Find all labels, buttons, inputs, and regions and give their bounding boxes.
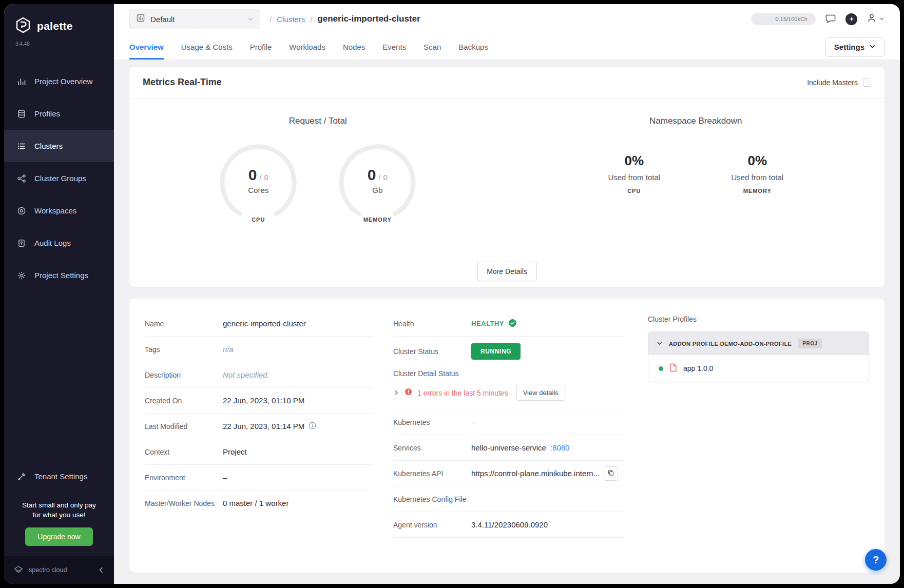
info-value: n/a	[223, 345, 234, 354]
sidebar-item-profiles[interactable]: Profiles	[4, 97, 114, 130]
kubernetes-api-row: Kubernetes API https://control-plane.min…	[393, 461, 625, 486]
info-label: Created On	[145, 397, 223, 405]
memory-gauge-unit: Gb	[372, 186, 382, 194]
tenant-settings-icon	[16, 472, 27, 482]
running-status-badge: RUNNING	[471, 343, 521, 360]
memory-metric-label: MEMORY	[721, 188, 793, 194]
profile-name: ADDON PROFILE DEMO-ADD-ON-PROFILE	[669, 341, 792, 347]
tab-backups[interactable]: Backups	[458, 34, 488, 60]
info-label: Description	[145, 371, 223, 379]
footer-brand-label: spectro cloud	[29, 566, 67, 574]
chat-icon	[825, 13, 836, 26]
tab-events[interactable]: Events	[382, 34, 406, 60]
help-button[interactable]: ?	[865, 549, 887, 571]
sidebar-collapse-icon[interactable]	[98, 566, 105, 574]
info-row-name: Name generic-imported-cluster	[145, 311, 371, 337]
last-modified-value: 22 Jun, 2023, 01:14 PM	[223, 422, 304, 430]
user-menu[interactable]	[867, 13, 884, 25]
metrics-card-body: Request / Total 0 / 0	[129, 99, 884, 287]
chevron-down-icon	[657, 339, 663, 348]
cluster-profiles-title: Cluster Profiles	[648, 315, 869, 323]
chevron-right-icon[interactable]	[393, 388, 399, 398]
service-port-link[interactable]: :8080	[550, 443, 570, 452]
services-row: Services hello-universe-service :8080	[393, 435, 625, 461]
sidebar-item-label: Project Overview	[34, 77, 92, 86]
whats-new-button[interactable]	[845, 13, 857, 25]
spectro-cloud-logo-icon	[13, 565, 24, 576]
profiles-icon	[16, 109, 27, 119]
tab-workloads[interactable]: Workloads	[289, 34, 325, 60]
sidebar-item-label: Profiles	[34, 109, 60, 118]
gauge-separator: /	[259, 173, 261, 182]
info-row-description: Description Not specified.	[145, 362, 371, 388]
cpu-gauge-unit: Cores	[248, 186, 268, 194]
cluster-settings-label: Settings	[834, 43, 864, 51]
chat-button[interactable]	[825, 13, 836, 26]
cluster-status-column: Health HEALTHY Cluster Status RUNNING	[393, 311, 625, 554]
sidebar-item-project-overview[interactable]: Project Overview	[4, 65, 114, 97]
info-row-tags: Tags n/a	[145, 337, 371, 362]
sidebar-footer: spectro cloud	[4, 556, 114, 584]
kubernetes-api-label: Kubernetes API	[393, 469, 471, 478]
info-row-environment: Environment –	[145, 465, 371, 491]
request-total-section: Request / Total 0 / 0	[129, 99, 507, 287]
info-row-context: Context Project	[145, 439, 371, 465]
sidebar-item-workspaces[interactable]: Workspaces	[4, 194, 114, 227]
topbar-actions: 0.15/100kCh	[751, 13, 884, 26]
upgrade-now-button[interactable]: Upgrade now	[25, 527, 92, 546]
config-file-value: –	[471, 495, 475, 503]
tab-scan[interactable]: Scan	[424, 34, 441, 60]
sidebar-item-audit-logs[interactable]: Audit Logs	[4, 227, 114, 259]
include-masters-control: Include Masters	[807, 79, 871, 87]
tab-profile[interactable]: Profile	[250, 34, 272, 60]
sparkle-icon	[845, 13, 857, 25]
sidebar-item-tenant-settings[interactable]: Tenant Settings	[4, 460, 114, 493]
cluster-settings-button[interactable]: Settings	[825, 37, 884, 56]
info-label: Last Modified	[145, 422, 223, 430]
sidebar-item-project-settings[interactable]: Project Settings	[4, 259, 114, 291]
tab-usage-costs[interactable]: Usage & Costs	[181, 34, 233, 60]
memory-total-value: 0	[383, 173, 388, 182]
sidebar-item-label: Workspaces	[34, 206, 76, 215]
gauges: 0 / 0 Cores CPU	[217, 142, 418, 229]
kubernetes-row: Kubernetes –	[393, 409, 625, 435]
namespace-stats: 0% Used from total CPU 0% Used from tota…	[598, 153, 793, 194]
copy-button[interactable]	[604, 466, 618, 481]
brand: palette	[4, 4, 114, 38]
memory-request-value: 0	[368, 166, 376, 184]
cluster-detail-status-block: Cluster Detail Status 1 errors in the la…	[393, 366, 625, 409]
cluster-details-card: Name generic-imported-cluster Tags n/a D…	[129, 299, 884, 573]
metrics-title: Metrics Real-Time	[143, 77, 222, 88]
sidebar-item-cluster-groups[interactable]: Cluster Groups	[4, 162, 114, 194]
info-row-created-on: Created On 22 Jun, 2023, 01:10 PM	[145, 388, 371, 414]
promo-line-1: Start small and only pay	[11, 501, 107, 511]
sidebar: palette 3.4.48 Project Overview Profiles	[4, 4, 114, 584]
app-version: 3.4.48	[4, 38, 114, 47]
cluster-tabs: Overview Usage & Costs Profile Workloads…	[114, 34, 900, 60]
palette-logo-icon	[14, 16, 32, 36]
sidebar-item-label: Clusters	[34, 142, 63, 150]
namespace-memory-stat: 0% Used from total MEMORY	[721, 153, 793, 194]
profile-accordion-header[interactable]: ADDON PROFILE DEMO-ADD-ON-PROFILE PROJ	[648, 332, 869, 355]
clusters-icon	[16, 141, 27, 151]
cpu-gauge-values: 0 / 0	[248, 166, 268, 184]
project-selector[interactable]: Default	[129, 9, 260, 29]
top-bar: Default / Clusters / generic-imported-cl…	[114, 4, 900, 34]
more-details-button[interactable]: More Details	[477, 262, 537, 281]
info-icon[interactable]	[309, 422, 316, 431]
sidebar-item-clusters[interactable]: Clusters	[4, 130, 114, 162]
error-message: 1 errors in the last 5 minutes	[417, 389, 508, 397]
namespace-cpu-stat: 0% Used from total CPU	[598, 153, 670, 194]
project-overview-icon	[16, 76, 27, 87]
breadcrumb-clusters-link[interactable]: Clusters	[277, 15, 305, 24]
breadcrumb-current-cluster: generic-imported-cluster	[317, 14, 420, 24]
info-value: 0 master / 1 worker	[223, 499, 288, 507]
include-masters-checkbox[interactable]	[863, 79, 871, 87]
cluster-info-column: Name generic-imported-cluster Tags n/a D…	[145, 311, 371, 554]
tab-nodes[interactable]: Nodes	[343, 34, 365, 60]
info-row-last-modified: Last Modified 22 Jun, 2023, 01:14 PM	[145, 414, 371, 439]
profile-pack-row[interactable]: app 1.0.0	[648, 355, 869, 382]
view-details-button[interactable]: View details	[516, 385, 565, 401]
tab-overview[interactable]: Overview	[129, 34, 164, 60]
project-scope-badge: PROJ	[798, 339, 822, 348]
